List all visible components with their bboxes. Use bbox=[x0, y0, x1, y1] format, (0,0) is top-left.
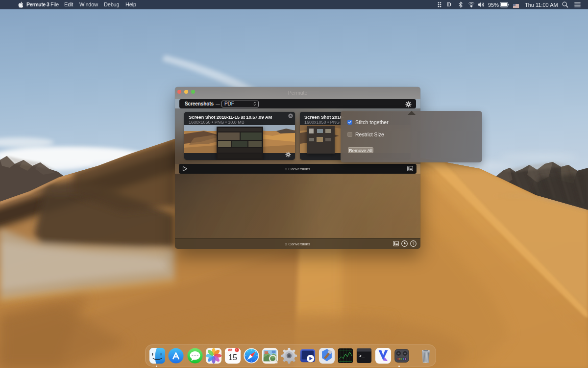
svg-text:1: 1 bbox=[236, 348, 238, 352]
svg-text:>_: >_ bbox=[359, 353, 365, 359]
svg-text:?: ? bbox=[412, 241, 415, 246]
svg-text:15: 15 bbox=[228, 352, 237, 361]
svg-text:NOV: NOV bbox=[228, 348, 232, 351]
